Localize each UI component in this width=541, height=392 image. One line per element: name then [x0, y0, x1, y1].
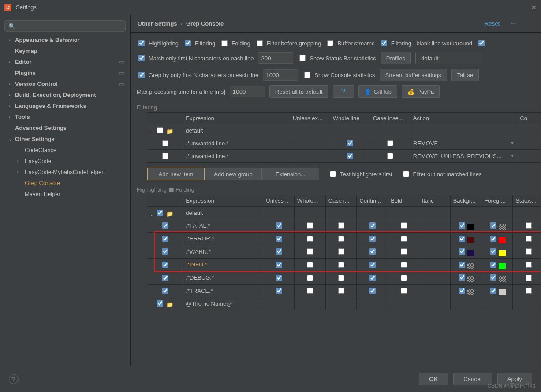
sidebar: 🔍 ›Appearance & BehaviorKeymap›Editor▭Pl… — [0, 15, 131, 366]
filtering-workaround-checkbox[interactable]: Filtering - blank line workaround — [379, 39, 472, 48]
sidebar-item[interactable]: Keymap — [0, 45, 130, 56]
paypal-button[interactable]: 💰PayPa — [402, 85, 440, 98]
grep-n-input[interactable] — [263, 69, 298, 81]
sidebar-child-item[interactable]: ›EasyCode — [0, 155, 130, 166]
max-time-label: Max processing time for a line [ms] — [137, 89, 225, 95]
sidebar-item[interactable]: ›Tools — [0, 111, 130, 122]
breadcrumb[interactable]: Other Settings — [138, 20, 177, 27]
sidebar-child-item[interactable]: Maven Helper — [0, 189, 130, 200]
folding-checkbox[interactable]: Folding — [220, 39, 250, 48]
github-icon: 👤 — [364, 89, 371, 95]
table-row[interactable]: ⌄📁default — [147, 207, 541, 219]
stream-buffer-button[interactable]: Stream buffer settings — [380, 69, 447, 81]
sidebar-item[interactable]: ›Editor▭ — [0, 56, 130, 67]
buffer-streams-checkbox[interactable]: Buffer streams — [325, 39, 374, 48]
sidebar-item[interactable]: ›Build, Execution, Deployment — [0, 89, 130, 100]
table-row[interactable]: .*INFO.* — [147, 258, 541, 271]
ok-button[interactable]: OK — [419, 373, 448, 385]
titlebar: IJ Settings ✕ — [0, 0, 541, 15]
sidebar-child-item[interactable]: ›EasyCode-MybatisCodeHelper — [0, 166, 130, 178]
test-first-checkbox[interactable]: Test highlighters first — [328, 170, 392, 178]
reset-all-button[interactable]: Reset all to default — [269, 85, 328, 98]
chevron-right-icon: › — [181, 20, 183, 27]
app-icon: IJ — [4, 4, 11, 11]
table-row[interactable]: .*DEBUG.* — [147, 271, 541, 285]
filtering-table[interactable]: ExpressionUnless ex...Whole lineCase ins… — [147, 112, 541, 163]
filter-out-checkbox[interactable]: Filter out not matched lines — [401, 170, 482, 178]
github-button[interactable]: 👤GitHub — [358, 85, 397, 98]
breadcrumb-bar: Other Settings › Grep Console Reset ← → — [131, 15, 541, 33]
highlighting-checkbox[interactable]: Highlighting — [137, 39, 179, 48]
profiles-button[interactable]: Profiles — [381, 52, 411, 64]
reset-link[interactable]: Reset — [485, 20, 500, 27]
table-row[interactable]: .*TRACE.* — [147, 284, 541, 297]
profile-value[interactable]: default — [415, 52, 481, 64]
help-icon[interactable]: ? — [9, 374, 19, 384]
sidebar-item[interactable]: Advanced Settings — [0, 122, 130, 133]
content-panel: Other Settings › Grep Console Reset ← → … — [131, 15, 541, 366]
table-row[interactable]: .*WARN.* — [147, 245, 541, 259]
table-row[interactable]: .*FATAL.* — [147, 219, 541, 233]
filtering-checkbox[interactable]: Filtering — [183, 39, 215, 48]
sidebar-item[interactable]: ›Appearance & Behavior — [0, 34, 130, 45]
add-item-button[interactable]: Add new item — [147, 168, 205, 180]
sidebar-item[interactable]: ›Version Control▭ — [0, 78, 130, 89]
sidebar-child-item[interactable]: Grep Console — [0, 178, 130, 189]
back-icon[interactable]: ← — [509, 19, 517, 28]
window-title: Settings — [16, 4, 527, 11]
match-n-input[interactable] — [258, 52, 293, 64]
sidebar-item[interactable]: ›Languages & Frameworks — [0, 100, 130, 111]
paypal-icon: 💰 — [407, 89, 414, 95]
add-group-button[interactable]: Add new group — [205, 168, 262, 180]
tail-button[interactable]: Tail se — [451, 69, 479, 81]
close-icon[interactable]: ✕ — [531, 4, 537, 11]
dialog-button-bar: ? OK Cancel Apply — [0, 366, 541, 392]
match-first-n-checkbox[interactable]: Match only first N characters on each li… — [137, 54, 254, 63]
sidebar-item[interactable]: ⌄Other Settings — [0, 133, 130, 144]
forward-icon: → — [524, 19, 532, 28]
highlighting-table[interactable]: ExpressionUnless ...Whole...Case i...Con… — [147, 195, 541, 310]
watermark: CSDN @爱徒巴菲特 — [487, 382, 536, 390]
breadcrumb: Grep Console — [186, 20, 224, 27]
content-scroll[interactable]: Highlighting Filtering Folding Filter be… — [131, 33, 541, 366]
help-button[interactable]: ? — [333, 85, 354, 98]
search-icon: 🔍 — [8, 23, 15, 30]
grep-first-n-checkbox[interactable]: Grep by only first N characters on each … — [137, 70, 258, 79]
extra-checkbox[interactable] — [478, 40, 485, 46]
max-time-input[interactable] — [230, 86, 265, 97]
table-row[interactable]: .*ERROR.* — [147, 232, 541, 245]
sidebar-child-item[interactable]: CodeGlance — [0, 144, 130, 155]
console-stats-checkbox[interactable]: Show Console statistics — [302, 70, 375, 79]
status-bar-checkbox[interactable]: Show Status Bar statistics — [298, 54, 376, 63]
filter-before-checkbox[interactable]: Filter before grepping — [255, 39, 321, 48]
highlighting-section-label: Highlighting ⯀ Folding — [137, 186, 541, 193]
filtering-section-label: Filtering — [137, 104, 541, 111]
extension-button[interactable]: Extension... — [262, 168, 319, 180]
settings-tree: ›Appearance & BehaviorKeymap›Editor▭Plug… — [0, 34, 130, 200]
cancel-button[interactable]: Cancel — [453, 373, 492, 385]
sidebar-item[interactable]: Plugins▭ — [0, 67, 130, 78]
table-row[interactable]: 📁@Theme Name@ — [147, 297, 541, 310]
search-input[interactable]: 🔍 — [4, 20, 126, 32]
